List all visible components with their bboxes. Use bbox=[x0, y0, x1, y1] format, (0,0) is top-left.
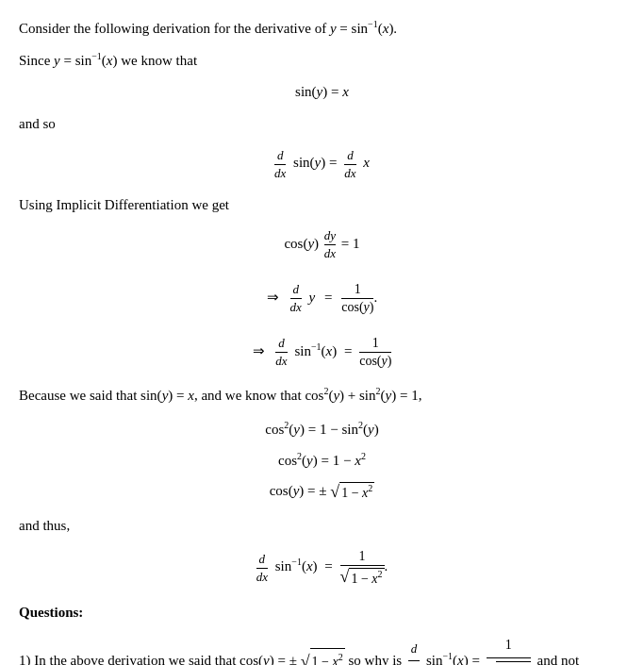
d-den3: dx bbox=[290, 299, 302, 315]
main-content: Consider the following derivation for th… bbox=[19, 17, 625, 665]
thus-text: and thus, bbox=[19, 515, 625, 537]
intro-paragraph: Consider the following derivation for th… bbox=[19, 17, 625, 40]
andso-text: and so bbox=[19, 113, 625, 135]
eq-ddx-sin-inv: ⇒ d dx sin−1(x) = 1 cos(y) bbox=[19, 336, 625, 369]
q1-frac-num: 1 bbox=[487, 633, 531, 658]
eq-ddx-y-frac: ⇒ d dx y = 1 cos(y) . bbox=[19, 282, 625, 315]
q1-d-num: d bbox=[408, 638, 420, 661]
eq-cos2-sin2: cos2(y) = 1 − sin2(y) bbox=[19, 420, 625, 438]
eq-d-dx-sin: d dx sin(y) = d dx x bbox=[19, 148, 625, 181]
implicit-diff-text: Using Implicit Differentiation we get bbox=[19, 194, 625, 216]
eq-sin-y-x: sin(y) = x bbox=[19, 84, 625, 100]
q1-frac-den: √1 − x2 bbox=[487, 658, 531, 665]
since-paragraph: Since y = sin−1(x) we know that bbox=[19, 49, 625, 72]
eq-cos2-x2: cos2(y) = 1 − x2 bbox=[19, 451, 625, 469]
d-num2: d bbox=[344, 148, 355, 165]
d-num: d bbox=[274, 148, 286, 165]
d-den4: dx bbox=[275, 353, 287, 369]
d-num4: d bbox=[275, 336, 287, 353]
d-num5: d bbox=[256, 552, 268, 569]
d-den: dx bbox=[274, 165, 286, 181]
questions-section: Questions: 1) In the above derivation we… bbox=[19, 602, 625, 665]
dy-num: dy bbox=[324, 228, 336, 245]
d-den5: dx bbox=[256, 569, 268, 585]
frac1-den: cos(y) bbox=[341, 299, 373, 315]
q1-d-den: dx bbox=[408, 661, 420, 665]
d-num3: d bbox=[290, 282, 302, 299]
because-paragraph: Because we said that sin(y) = x, and we … bbox=[19, 384, 625, 407]
frac1-num: 1 bbox=[341, 282, 373, 299]
eq-cosy-sqrt: cos(y) = ± √1 − x2 bbox=[19, 482, 625, 502]
final-frac-den: √1 − x2 bbox=[340, 566, 385, 587]
frac2-den: cos(y) bbox=[359, 353, 391, 369]
final-eq: d dx sin−1(x) = 1 √1 − x2 . bbox=[19, 549, 625, 587]
dy-den: dx bbox=[324, 245, 336, 261]
frac2-num: 1 bbox=[359, 336, 391, 353]
final-frac-num: 1 bbox=[340, 549, 385, 566]
questions-label: Questions: bbox=[19, 602, 625, 623]
question-1: 1) In the above derivation we said that … bbox=[19, 633, 625, 666]
eq-cosy-dydx: cos(y) dy dx = 1 bbox=[19, 228, 625, 261]
d-den2: dx bbox=[344, 165, 355, 181]
